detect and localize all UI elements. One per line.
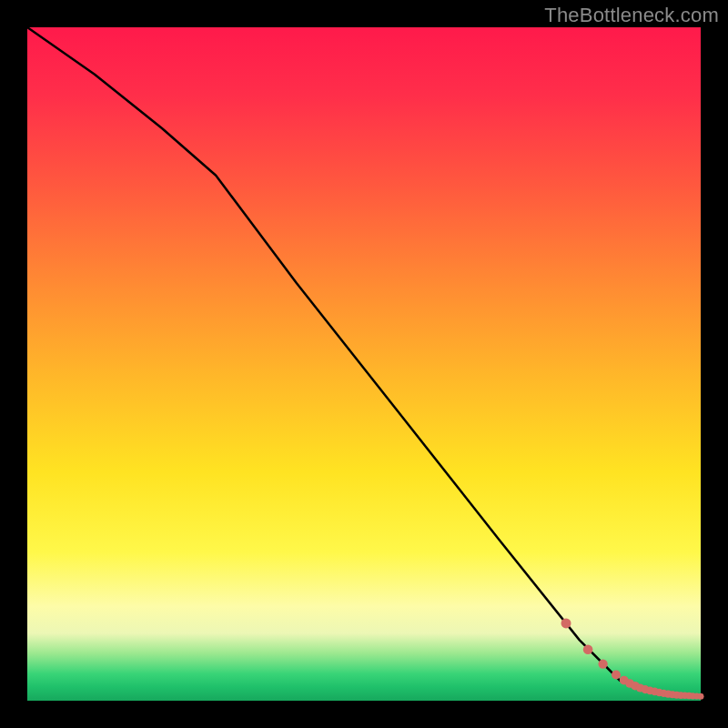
chart-overlay bbox=[27, 27, 701, 701]
svg-point-2 bbox=[598, 659, 607, 668]
svg-point-1 bbox=[583, 644, 593, 654]
series-curve-line bbox=[27, 27, 701, 697]
svg-point-0 bbox=[561, 618, 571, 628]
series-dotted-tail bbox=[561, 618, 704, 699]
watermark-text: TheBottleneck.com bbox=[544, 4, 719, 27]
chart-frame: TheBottleneck.com bbox=[0, 0, 728, 728]
svg-point-21 bbox=[698, 693, 704, 700]
svg-point-3 bbox=[612, 670, 621, 679]
